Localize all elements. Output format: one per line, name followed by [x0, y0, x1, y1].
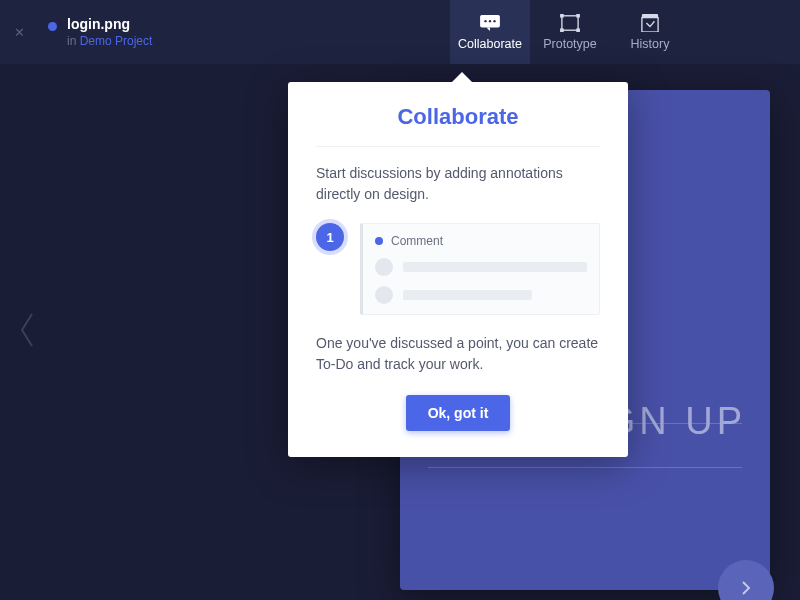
previous-arrow-icon[interactable] [16, 310, 38, 354]
file-status-dot-icon [48, 22, 57, 31]
svg-rect-5 [560, 14, 564, 18]
annotation-placeholder-row [375, 286, 587, 304]
tab-label: History [631, 37, 670, 51]
svg-rect-6 [576, 14, 580, 18]
annotation-example: 1 Comment [316, 223, 600, 315]
bounding-box-icon [559, 14, 581, 32]
annotation-placeholder-row [375, 258, 587, 276]
project-line: in Demo Project [67, 34, 152, 48]
project-link[interactable]: Demo Project [80, 34, 153, 48]
annotation-card-header: Comment [375, 234, 587, 248]
mode-tabs: Collaborate Prototype History [450, 0, 690, 64]
popover-title: Collaborate [316, 104, 600, 147]
tab-history[interactable]: History [610, 0, 690, 64]
tab-prototype[interactable]: Prototype [530, 0, 610, 64]
svg-point-3 [493, 20, 495, 22]
history-icon [639, 14, 661, 32]
text-placeholder [403, 262, 587, 272]
close-icon[interactable]: ✕ [14, 25, 34, 40]
tab-collaborate[interactable]: Collaborate [450, 0, 530, 64]
svg-rect-8 [576, 28, 580, 32]
svg-point-1 [484, 20, 486, 22]
text-placeholder [403, 290, 532, 300]
svg-rect-4 [562, 15, 578, 29]
canvas-stage: SIGN UP Email Password Collaborate Start… [0, 64, 800, 600]
status-dot-icon [375, 237, 383, 245]
annotation-card: Comment [360, 223, 600, 315]
annotation-pin-icon: 1 [316, 223, 344, 251]
ok-got-it-button[interactable]: Ok, got it [406, 395, 511, 431]
top-bar: ✕ login.png in Demo Project Collaborate … [0, 0, 800, 64]
submit-circle-button [718, 560, 774, 600]
chat-bubble-icon [479, 14, 501, 32]
annotation-type-label: Comment [391, 234, 443, 248]
tab-label: Collaborate [458, 37, 522, 51]
svg-rect-7 [560, 28, 564, 32]
avatar-placeholder-icon [375, 258, 393, 276]
svg-point-2 [489, 20, 491, 22]
popover-lead: Start discussions by adding annotations … [316, 163, 600, 205]
svg-rect-10 [642, 17, 658, 31]
chevron-right-icon [737, 579, 755, 597]
popover-follow-text: One you've discussed a point, you can cr… [316, 333, 600, 375]
tab-label: Prototype [543, 37, 597, 51]
file-name: login.png [67, 16, 152, 32]
onboarding-popover: Collaborate Start discussions by adding … [288, 82, 628, 457]
file-info: login.png in Demo Project [48, 16, 152, 48]
avatar-placeholder-icon [375, 286, 393, 304]
